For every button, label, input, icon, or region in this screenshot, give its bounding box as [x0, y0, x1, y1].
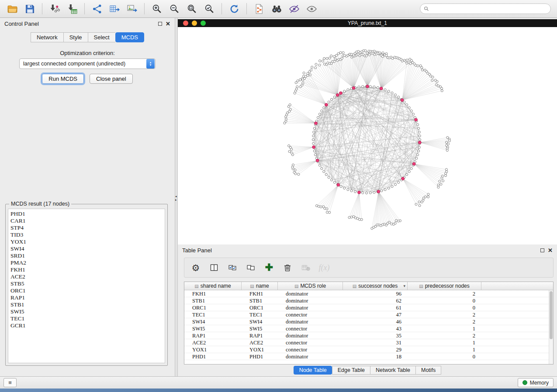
- refresh-icon: [229, 3, 240, 14]
- memory-button[interactable]: Memory: [518, 378, 554, 387]
- binoculars-button[interactable]: [269, 2, 284, 16]
- toolbar-separator: [42, 3, 42, 14]
- table-cell: 46: [343, 318, 408, 325]
- network-graph[interactable]: [178, 27, 557, 244]
- tab-motifs[interactable]: Motifs: [415, 366, 441, 375]
- table-cell: 47: [343, 311, 408, 318]
- mcds-node-item[interactable]: PHD1: [10, 210, 163, 217]
- mcds-node-item[interactable]: TEC1: [10, 315, 163, 322]
- delete-table-button: [301, 262, 311, 273]
- column-header-shared-name[interactable]: ▤shared name: [184, 282, 242, 290]
- sort-icon: ▤: [294, 284, 298, 289]
- mcds-node-item[interactable]: STB1: [10, 301, 163, 308]
- close-panel-icon[interactable]: ✕: [166, 21, 170, 27]
- column-header-MCDS-role[interactable]: ▤MCDS role: [278, 282, 343, 290]
- tab-edge-table[interactable]: Edge Table: [332, 366, 370, 375]
- deselect-all-button[interactable]: [246, 262, 256, 273]
- zoom-in-button[interactable]: [149, 2, 165, 16]
- run-mcds-button[interactable]: Run MCDS: [42, 74, 84, 84]
- tab-network-table[interactable]: Network Table: [370, 366, 415, 375]
- table-row[interactable]: TEC1TEC1connector472: [184, 311, 549, 318]
- create-column-button[interactable]: ✚: [264, 262, 274, 273]
- import-table-button[interactable]: [64, 2, 80, 16]
- table-row[interactable]: PHD1PHD1dominator180: [184, 353, 549, 360]
- table-settings-button[interactable]: ⚙: [190, 262, 201, 273]
- mcds-node-item[interactable]: GCR1: [10, 322, 163, 329]
- node-table-body: FKH1FKH1dominator962STB1STB1dominator620…: [184, 290, 549, 364]
- save-session-button[interactable]: [22, 2, 38, 16]
- column-header-predecessor-nodes[interactable]: ▤predecessor nodes: [408, 282, 481, 290]
- select-all-button[interactable]: [227, 262, 238, 273]
- delete-column-button[interactable]: [282, 262, 293, 273]
- column-header-successor-nodes[interactable]: ▤successor nodes▾: [343, 282, 408, 290]
- mcds-node-item[interactable]: CAR1: [10, 217, 163, 224]
- search-box[interactable]: [420, 3, 551, 14]
- export-image-button[interactable]: [124, 2, 140, 16]
- table-row[interactable]: STB1STB1dominator620: [184, 297, 549, 304]
- zoom-fit-button[interactable]: [184, 2, 200, 16]
- panel-splitter[interactable]: ◂▸: [175, 18, 178, 376]
- mcds-node-item[interactable]: FKH1: [10, 266, 163, 273]
- mcds-node-item[interactable]: SWI5: [10, 308, 163, 315]
- column-label: MCDS role: [300, 283, 326, 289]
- hide-selected-button[interactable]: [286, 2, 302, 16]
- mcds-node-item[interactable]: SWI4: [10, 245, 163, 252]
- export-table-icon: [109, 3, 120, 14]
- close-panel-button[interactable]: Close panel: [90, 74, 133, 84]
- table-row[interactable]: RAP1RAP1dominator352: [184, 332, 549, 339]
- mcds-result-list[interactable]: PHD1CAR1STP4TID3YOX1SWI4SRD1PMA2FKH1ACE2…: [8, 209, 165, 363]
- column-header-name[interactable]: ▤name: [242, 282, 278, 290]
- export-network-button[interactable]: [89, 2, 105, 16]
- export-table-button[interactable]: [107, 2, 122, 16]
- table-row[interactable]: YOX1YOX1connector291: [184, 346, 549, 353]
- mcds-node-item[interactable]: STB5: [10, 280, 163, 287]
- tab-style[interactable]: Style: [63, 32, 88, 42]
- mcds-node-item[interactable]: RAP1: [10, 294, 163, 301]
- network-canvas[interactable]: [178, 27, 557, 244]
- table-cell: 18: [343, 353, 408, 360]
- float-panel-icon[interactable]: [540, 248, 544, 252]
- table-row[interactable]: SWI5SWI5connector431: [184, 325, 549, 332]
- mcds-node-item[interactable]: PMA2: [10, 259, 163, 266]
- tab-network[interactable]: Network: [31, 32, 63, 42]
- criterion-select[interactable]: largest connected component (undirected)…: [19, 58, 156, 69]
- table-row[interactable]: SWI4SWI4dominator462: [184, 318, 549, 325]
- mcds-node-item[interactable]: YOX1: [10, 238, 163, 245]
- open-session-button[interactable]: [4, 2, 20, 16]
- mcds-node-item[interactable]: ACE2: [10, 273, 163, 280]
- toolbar-separator: [84, 3, 85, 14]
- table-row[interactable]: ACE2ACE2connector311: [184, 339, 549, 346]
- table-cell: 2: [408, 332, 481, 339]
- search-input[interactable]: [431, 6, 547, 12]
- tab-node-table[interactable]: Node Table: [294, 366, 332, 375]
- show-all-button[interactable]: [304, 2, 319, 16]
- sort-icon: ▤: [419, 284, 423, 289]
- mcds-node-item[interactable]: SRD1: [10, 252, 163, 259]
- mcds-node-item[interactable]: ORC1: [10, 287, 163, 294]
- refresh-layout-button[interactable]: [226, 2, 242, 16]
- panel-menu-button[interactable]: ≡: [3, 378, 17, 387]
- table-cell: FKH1: [184, 290, 242, 297]
- import-network-button[interactable]: [47, 2, 62, 16]
- float-panel-icon[interactable]: [158, 22, 162, 26]
- column-label: shared name: [201, 283, 231, 289]
- table-cell: 0: [408, 353, 481, 360]
- scrollbar-thumb[interactable]: [550, 291, 553, 339]
- tab-select[interactable]: Select: [88, 32, 115, 42]
- toolbar-separator: [246, 3, 247, 14]
- zoom-in-icon: [152, 3, 163, 14]
- list-icon: ≡: [8, 379, 12, 386]
- optimization-criterion-label: Optimization criterion:: [0, 50, 175, 56]
- table-scrollbar[interactable]: [549, 290, 553, 364]
- show-columns-button[interactable]: [209, 262, 219, 273]
- close-panel-icon[interactable]: ✕: [548, 248, 553, 253]
- document-share-button[interactable]: [251, 2, 267, 16]
- table-row[interactable]: ORC1ORC1dominator610: [184, 304, 549, 311]
- tab-mcds[interactable]: MCDS: [115, 32, 144, 42]
- table-row[interactable]: FKH1FKH1dominator962: [184, 290, 549, 297]
- zoom-selected-button[interactable]: [201, 2, 217, 16]
- zoom-out-button[interactable]: [166, 2, 182, 16]
- mcds-node-item[interactable]: TID3: [10, 231, 163, 238]
- plus-icon: ✚: [265, 263, 273, 272]
- mcds-node-item[interactable]: STP4: [10, 224, 163, 231]
